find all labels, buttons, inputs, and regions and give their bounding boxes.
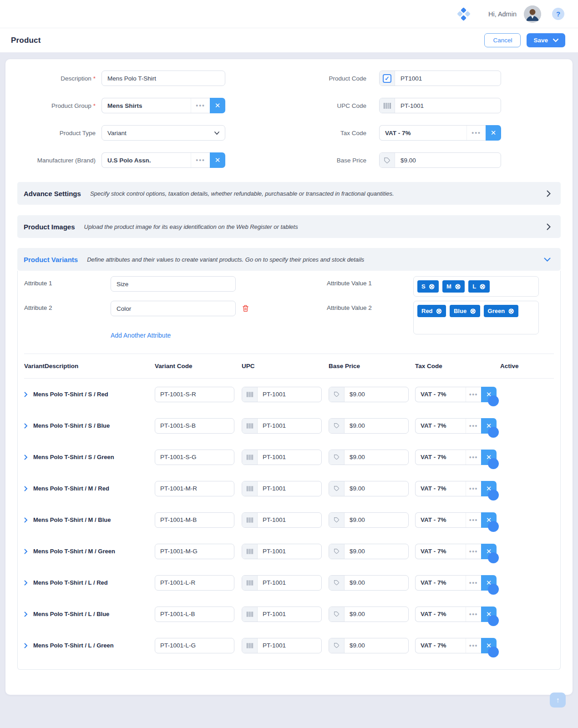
upc-code-input[interactable] [395,102,501,109]
product-group-lookup-dots-icon[interactable]: ••• [191,98,210,113]
variant-tax-code-input[interactable] [416,516,466,523]
variant-upc-input[interactable] [258,516,321,523]
variant-base-price-input[interactable] [345,422,408,429]
row-expand-chevron-icon[interactable] [24,392,28,397]
row-expand-chevron-icon[interactable] [24,517,28,523]
advance-settings-subtitle: Specify stock control options, taxation … [90,190,547,197]
attribute-value-2-box[interactable]: Red ⊗ Blue ⊗ Green ⊗ [413,301,539,334]
chip-remove-icon[interactable]: ⊗ [470,308,476,315]
chevron-right-icon[interactable] [547,190,551,197]
advance-settings-section-header[interactable]: Advance Settings Specify stock control o… [17,182,561,205]
variant-tax-code-input[interactable] [416,642,466,649]
row-expand-chevron-icon[interactable] [24,612,28,617]
variant-tax-lookup-dots-icon[interactable]: ••• [466,419,481,433]
row-expand-chevron-icon[interactable] [24,455,28,460]
manufacturer-lookup-dots-icon[interactable]: ••• [191,153,210,167]
variant-tax-code-input[interactable] [416,485,466,492]
user-avatar[interactable] [524,5,541,23]
row-expand-chevron-icon[interactable] [24,549,28,554]
variant-code-input[interactable] [155,516,234,523]
delete-attribute-button[interactable] [242,304,249,313]
variant-upc-input[interactable] [258,548,321,555]
product-images-section-header[interactable]: Product Images Upload the product image … [17,215,561,238]
attribute-1-input[interactable] [111,281,235,288]
product-group-clear-button[interactable]: ✕ [210,98,225,113]
product-variants-section-header[interactable]: Product Variants Define attributes and t… [17,248,561,271]
variant-code-input[interactable] [155,422,234,429]
variant-tax-code-input[interactable] [416,391,466,398]
variant-tax-code-input[interactable] [416,579,466,586]
variant-tax-lookup-dots-icon[interactable]: ••• [466,481,481,496]
chip-remove-icon[interactable]: ⊗ [455,283,461,290]
variant-code-input[interactable] [155,485,234,492]
attribute-2-input[interactable] [111,305,235,312]
chip-remove-icon[interactable]: ⊗ [436,308,442,315]
variant-tax-lookup-dots-icon[interactable]: ••• [466,607,481,622]
variant-tax-lookup-dots-icon[interactable]: ••• [466,513,481,527]
save-dropdown-chevron-icon[interactable] [553,39,558,42]
product-group-input[interactable] [102,102,191,109]
variant-upc-input[interactable] [258,391,321,398]
variant-base-price-input[interactable] [345,611,408,617]
chip-remove-icon[interactable]: ⊗ [508,308,514,315]
variant-tax-lookup-dots-icon[interactable]: ••• [466,576,481,590]
variant-base-price-input[interactable] [345,485,408,492]
variant-tax-lookup-dots-icon[interactable]: ••• [466,450,481,465]
variant-code-input[interactable] [155,642,234,649]
tax-code-lookup-dots-icon[interactable]: ••• [466,126,486,140]
product-type-select[interactable]: Variant [101,125,225,141]
variant-base-price-input[interactable] [345,642,408,649]
variant-upc-input[interactable] [258,454,321,460]
variant-code-input[interactable] [155,548,234,555]
product-code-input[interactable] [395,75,501,82]
variant-upc-input[interactable] [258,642,321,649]
tax-code-input[interactable] [380,130,466,136]
chip-label: S [421,283,426,290]
help-icon[interactable]: ? [552,8,564,20]
variant-base-price-input[interactable] [345,454,408,460]
variant-base-price-input[interactable] [345,516,408,523]
add-another-attribute-link[interactable]: Add Another Attribute [111,332,171,339]
variant-tax-lookup-dots-icon[interactable]: ••• [466,387,481,402]
variant-code-input[interactable] [155,391,234,398]
variant-code-input[interactable] [155,454,234,460]
chip-remove-icon[interactable]: ⊗ [479,283,485,290]
save-button[interactable]: Save [527,33,565,47]
variant-tax-code-input[interactable] [416,422,466,429]
variant-tax-code-input[interactable] [416,611,466,617]
chevron-down-icon[interactable] [544,258,551,262]
cancel-button[interactable]: Cancel [484,33,521,47]
variant-upc-input[interactable] [258,422,321,429]
variant-tax-code-input[interactable] [416,548,466,555]
scroll-to-top-button[interactable]: ↑ [550,693,566,708]
main-content: Description* Product Group* ••• ✕ Produc… [0,52,578,695]
description-input[interactable] [102,75,225,82]
variant-upc-input[interactable] [258,485,321,492]
variant-tax-lookup-dots-icon[interactable]: ••• [466,544,481,559]
variant-code-input[interactable] [155,611,234,617]
auto-code-checkbox[interactable]: ✓ [383,74,391,83]
variant-base-price-input[interactable] [345,391,408,398]
variant-code-input[interactable] [155,579,234,586]
variant-base-price-input[interactable] [345,579,408,586]
row-expand-chevron-icon[interactable] [24,580,28,586]
variant-upc-input[interactable] [258,579,321,586]
row-expand-chevron-icon[interactable] [24,486,28,491]
base-price-input[interactable] [395,157,501,164]
row-expand-chevron-icon[interactable] [24,643,28,648]
col-header-tax-code: Tax Code [415,363,500,369]
manufacturer-clear-button[interactable]: ✕ [210,152,225,168]
row-expand-chevron-icon[interactable] [24,423,28,429]
chip-remove-icon[interactable]: ⊗ [429,283,435,290]
barcode-icon [242,481,258,496]
manufacturer-input[interactable] [102,157,191,164]
variant-upc-input[interactable] [258,611,321,617]
chevron-right-icon[interactable] [547,223,551,230]
variant-tax-code-input[interactable] [416,454,466,460]
apps-diamond-icon[interactable] [457,8,470,20]
attribute-value-1-box[interactable]: S ⊗ M ⊗ L ⊗ [413,276,539,297]
tax-code-clear-button[interactable]: ✕ [486,125,501,141]
variant-tax-lookup-dots-icon[interactable]: ••• [466,638,481,653]
manufacturer-label: Manufacturer (Brand) [17,157,96,164]
variant-base-price-input[interactable] [345,548,408,555]
